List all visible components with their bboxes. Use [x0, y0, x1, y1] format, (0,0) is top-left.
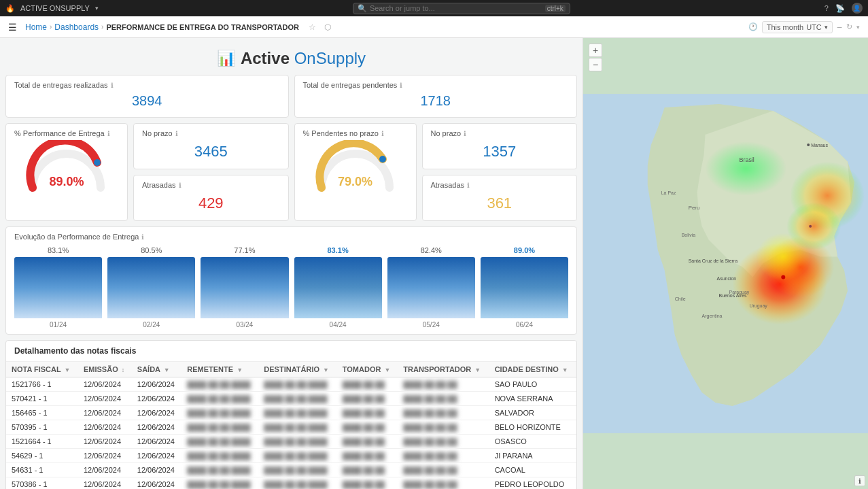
top-bar: 🔥 ACTIVE ONSUPPLY ▾ 🔍 ctrl+k ? 📡 👤 — [0, 0, 868, 16]
top-bar-right: ? 📡 👤 — [824, 3, 863, 14]
table-container[interactable]: NOTA FISCAL ▼ EMISSÃO ↕ SAÍDA ▼ REMETENT… — [6, 362, 576, 489]
th-saida: SAÍDA ▼ — [132, 362, 181, 377]
refresh-chevron[interactable]: ▾ — [856, 24, 860, 31]
cell-transportador: ████ ██ ██ ██ — [398, 377, 489, 392]
info-performance-icon[interactable]: ℹ — [107, 130, 110, 137]
chevron-down-icon[interactable]: ▾ — [95, 5, 99, 12]
cell-nota: 1521766 - 1 — [6, 377, 78, 392]
atrasadas-card: Atrasadas ℹ 429 — [133, 175, 289, 221]
cell-remetente: ████ ██ ██ ████ — [181, 420, 258, 435]
th-transportador: TRANSPORTADOR ▼ — [398, 362, 489, 377]
table-section-title: Detalhamento das notas fiscais — [6, 341, 576, 362]
cell-cidade: JI PARANA — [489, 449, 576, 463]
filter-transportador-icon[interactable]: ▼ — [474, 367, 481, 373]
filter-tomador-icon[interactable]: ▼ — [384, 367, 390, 373]
filter-saida-icon[interactable]: ▼ — [164, 367, 170, 373]
search-input[interactable] — [370, 4, 542, 12]
logo-active: Active — [241, 49, 290, 67]
th-tomador: TOMADOR ▼ — [337, 362, 398, 377]
svg-point-1 — [379, 156, 386, 163]
zoom-in-button[interactable]: + — [589, 44, 602, 57]
search-box[interactable]: 🔍 ctrl+k — [353, 3, 570, 14]
filter-cidade-icon[interactable]: ▼ — [562, 367, 568, 373]
table-row[interactable]: 1521664 - 112/06/202412/06/2024████ ██ █… — [6, 435, 576, 449]
time-selector[interactable]: This month UTC ▾ — [762, 21, 833, 33]
cell-cidade: NOVA SERRANA — [489, 392, 576, 406]
salvador-dot — [809, 225, 812, 228]
nav-right: 🕐 This month UTC ▾ − ↻ ▾ — [748, 21, 860, 33]
cell-tomador: ████ ██ ██ — [337, 477, 398, 490]
bar-02/24[interactable] — [107, 257, 195, 318]
info-realizadas-icon[interactable]: ℹ — [111, 82, 114, 89]
table-row[interactable]: 156465 - 112/06/202412/06/2024████ ██ ██… — [6, 406, 576, 420]
atrasadas-value: 429 — [142, 192, 280, 215]
cell-transportador: ████ ██ ██ ██ — [398, 477, 489, 490]
bar-01/24[interactable] — [14, 257, 102, 318]
star-icon[interactable]: ☆ — [309, 22, 316, 32]
top-bar-left: 🔥 ACTIVE ONSUPPLY ▾ — [5, 4, 99, 13]
breadcrumb: Home › Dashboards › PERFORMANCE DE ENTRE… — [25, 22, 299, 32]
table-row[interactable]: 570386 - 112/06/202412/06/2024████ ██ ██… — [6, 477, 576, 490]
table-row[interactable]: 1521766 - 112/06/202412/06/2024████ ██ █… — [6, 377, 576, 392]
user-avatar[interactable]: 👤 — [852, 3, 863, 14]
svg-point-0 — [94, 159, 101, 166]
filter-nota-icon[interactable]: ▼ — [65, 367, 71, 373]
info-pend-atrasadas-icon[interactable]: ℹ — [467, 182, 470, 189]
zoom-out-button[interactable]: − — [589, 58, 602, 71]
cell-saida: 12/06/2024 — [132, 392, 181, 406]
table-row[interactable]: 570395 - 112/06/202412/06/2024████ ██ ██… — [6, 420, 576, 435]
map-info-button[interactable]: ℹ — [854, 475, 865, 486]
filter-emissao-icon[interactable]: ↕ — [122, 367, 125, 373]
rss-icon[interactable]: 📡 — [835, 4, 845, 13]
table-row[interactable]: 54629 - 112/06/202412/06/2024████ ██ ██ … — [6, 449, 576, 463]
bar-charts: 83.1%01/2480.5%02/2477.1%03/2483.1%04/24… — [14, 246, 568, 328]
map-zoom-controls: + − — [589, 44, 602, 71]
info-evolution-icon[interactable]: ℹ — [141, 233, 144, 241]
info-pendentes-icon[interactable]: ℹ — [400, 82, 402, 89]
stat-pendentes: Total de entregas pendentes ℹ 1718 — [294, 75, 578, 118]
info-pendentes-gauge-icon[interactable]: ℹ — [381, 130, 384, 137]
cell-destinatario: ████ ██ ██ ████ — [258, 406, 336, 420]
cell-emissao: 12/06/2024 — [78, 406, 132, 420]
info-atrasadas-icon[interactable]: ℹ — [179, 182, 181, 189]
cell-nota: 1521664 - 1 — [6, 435, 78, 449]
filter-destinatario-icon[interactable]: ▼ — [323, 367, 329, 373]
info-no-prazo-icon[interactable]: ℹ — [175, 130, 178, 137]
filter-remetente-icon[interactable]: ▼ — [237, 367, 243, 373]
bar-03/24[interactable] — [201, 257, 288, 318]
table-row[interactable]: 54631 - 112/06/202412/06/2024████ ██ ██ … — [6, 463, 576, 477]
info-pend-no-prazo-icon[interactable]: ℹ — [464, 130, 466, 137]
help-icon[interactable]: ? — [824, 4, 829, 12]
cell-tomador: ████ ██ ██ — [337, 435, 398, 449]
bar-period-03/24: 03/24 — [201, 321, 288, 328]
cell-nota: 54631 - 1 — [6, 463, 78, 477]
dashboard-area: 📊 Active OnSupply Total de entregas real… — [0, 38, 583, 489]
sp-dot — [781, 275, 785, 279]
cell-cidade: SAO PAULO — [489, 377, 576, 392]
atrasadas-title: Atrasadas ℹ — [142, 181, 280, 189]
stats-row: Total de entregas realizadas ℹ 3894 Tota… — [5, 75, 577, 118]
cell-tomador: ████ ██ ██ — [337, 420, 398, 435]
bar-05/24[interactable] — [387, 257, 475, 318]
breadcrumb-home[interactable]: Home — [25, 22, 47, 32]
nav-bar: ☰ Home › Dashboards › PERFORMANCE DE ENT… — [0, 16, 868, 38]
zoom-out-icon[interactable]: − — [837, 22, 842, 33]
cell-transportador: ████ ██ ██ ██ — [398, 406, 489, 420]
cell-remetente: ████ ██ ██ ████ — [181, 377, 258, 392]
bar-04/24[interactable] — [294, 257, 382, 318]
bar-label-03/24: 77.1% — [201, 246, 288, 254]
cell-saida: 12/06/2024 — [132, 449, 181, 463]
pend-atrasadas-title: Atrasadas ℹ — [431, 181, 569, 189]
hamburger-menu[interactable]: ☰ — [8, 22, 17, 33]
refresh-icon[interactable]: ↻ — [846, 22, 852, 31]
heatmap-north — [706, 141, 787, 196]
share-icon[interactable]: ⬡ — [324, 22, 331, 32]
breadcrumb-dashboards[interactable]: Dashboards — [54, 22, 99, 32]
timezone-chevron[interactable]: ▾ — [824, 24, 828, 31]
bar-06/24[interactable] — [481, 257, 568, 318]
map-background: Brasil Peru Bolivia Chile Argentina Para… — [583, 38, 868, 489]
pendentes-gauge-title: % Pendentes no prazo ℹ — [303, 129, 408, 137]
bar-col-02/24: 80.5%02/24 — [107, 246, 195, 328]
cell-destinatario: ████ ██ ██ ████ — [258, 377, 336, 392]
table-row[interactable]: 570421 - 112/06/202412/06/2024████ ██ ██… — [6, 392, 576, 406]
